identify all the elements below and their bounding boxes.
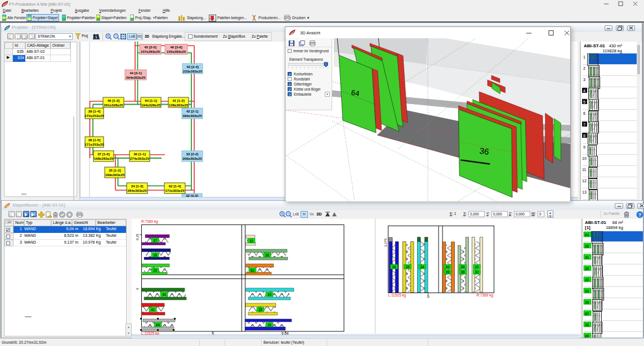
svg-text:34: 34 — [585, 289, 589, 293]
svg-text:12: 12 — [582, 179, 587, 183]
svg-text:62: 62 — [445, 265, 450, 269]
svg-text:35: 35 — [405, 265, 410, 269]
svg-text:68 m²: 68 m² — [612, 220, 624, 225]
svg-text:10: 10 — [582, 156, 587, 160]
svg-text:39: 39 — [585, 300, 589, 304]
svg-text:168x283x25: 168x283x25 — [94, 156, 114, 160]
svg-text:0,25: 0,25 — [136, 233, 139, 240]
svg-text:155x283x25: 155x283x25 — [167, 50, 186, 53]
svg-text:62: 62 — [251, 268, 255, 272]
svg-text:34: 34 — [420, 265, 424, 269]
svg-text:30: 30 — [585, 334, 589, 338]
svg-text:284x303x25: 284x303x25 — [127, 188, 147, 192]
svg-text:194x328x25: 194x328x25 — [141, 103, 161, 107]
svg-text:5: 5 — [583, 100, 585, 104]
svg-text:40: 40 — [585, 278, 589, 282]
svg-text:62: 62 — [585, 312, 589, 316]
svg-text:64: 64 — [156, 323, 160, 327]
svg-text:36: 36 — [479, 146, 490, 156]
svg-text:R:7369 kg: R:7369 kg — [141, 219, 158, 224]
svg-text:4: 4 — [583, 89, 585, 93]
svg-text:26: 26 — [445, 270, 450, 274]
svg-text:8: 8 — [583, 134, 585, 138]
svg-text:35: 35 — [585, 267, 589, 271]
svg-text:39: 39 — [153, 268, 158, 272]
svg-text:37: 37 — [153, 239, 158, 242]
svg-text:171x303x25: 171x303x25 — [165, 188, 185, 192]
svg-text:S: S — [427, 294, 430, 298]
svg-text:3: 3 — [583, 78, 585, 82]
svg-text:30: 30 — [460, 265, 465, 269]
svg-text:34: 34 — [267, 293, 272, 296]
svg-text:31: 31 — [249, 239, 254, 243]
svg-text:157x283x25: 157x283x25 — [141, 50, 160, 53]
svg-text:172x253x25: 172x253x25 — [84, 114, 104, 118]
svg-text:45 [3-5]: 45 [3-5] — [144, 45, 156, 49]
svg-text:[1]: [1] — [585, 225, 591, 230]
svg-text:36 [1-1]: 36 [1-1] — [133, 152, 146, 156]
svg-text:13: 13 — [582, 190, 587, 194]
svg-text:36: 36 — [585, 244, 589, 248]
svg-text:ABI-ST-01: ABI-ST-01 — [585, 220, 606, 225]
svg-text:294x303x25: 294x303x25 — [126, 75, 146, 79]
svg-text:38: 38 — [153, 253, 158, 257]
svg-text:62 [1-4]: 62 [1-4] — [169, 184, 181, 188]
svg-text:171x253x25: 171x253x25 — [84, 142, 104, 146]
svg-text:189x303x25: 189x303x25 — [105, 173, 125, 177]
svg-text:233x283x25: 233x283x25 — [183, 69, 203, 73]
svg-text:42 [2-1]: 42 [2-1] — [186, 109, 199, 113]
svg-text:7: 7 — [583, 123, 585, 127]
svg-text:35 [1-2]: 35 [1-2] — [109, 168, 121, 172]
svg-text:31: 31 — [475, 265, 479, 269]
svg-text:40: 40 — [162, 293, 167, 296]
svg-text:430 m²: 430 m² — [609, 43, 623, 48]
svg-text:R:7369 kg: R:7369 kg — [477, 293, 494, 298]
svg-text:36: 36 — [265, 253, 270, 257]
svg-text:64: 64 — [351, 88, 360, 98]
svg-text:6: 6 — [583, 111, 585, 115]
svg-text:43 [2-4]: 43 [2-4] — [186, 65, 199, 69]
svg-text:9: 9 — [583, 145, 585, 149]
svg-text:35: 35 — [258, 308, 263, 312]
svg-text:33 [2-2]: 33 [2-2] — [186, 152, 199, 156]
svg-text:36: 36 — [392, 265, 396, 269]
svg-text:6: 6 — [136, 287, 139, 290]
svg-text:36: 36 — [267, 323, 272, 327]
svg-text:64: 64 — [585, 233, 589, 237]
svg-text:34 [1-3]: 34 [1-3] — [131, 184, 144, 188]
svg-text:300x303x25: 300x303x25 — [182, 114, 202, 118]
svg-text:38 [1-5]: 38 [1-5] — [88, 138, 101, 142]
svg-text:261x328x25: 261x328x25 — [104, 103, 123, 107]
svg-text:40 [1-3]: 40 [1-3] — [108, 98, 120, 102]
svg-text:39 [1-4]: 39 [1-4] — [88, 109, 101, 113]
svg-text:274x303x25: 274x303x25 — [130, 156, 150, 160]
svg-text:200x303x25: 200x303x25 — [182, 156, 202, 160]
svg-text:44 [3-1]: 44 [3-1] — [129, 71, 142, 75]
svg-text:38: 38 — [585, 323, 589, 327]
svg-text:ABI-ST-01: ABI-ST-01 — [584, 43, 605, 48]
svg-text:36: 36 — [460, 270, 465, 274]
svg-text:32: 32 — [475, 270, 479, 274]
svg-text:41: 41 — [585, 255, 589, 259]
svg-text:2: 2 — [583, 66, 585, 70]
svg-text:11: 11 — [582, 168, 586, 172]
svg-text:64 [1-1]: 64 [1-1] — [145, 98, 157, 102]
svg-text:46 [3-6]: 46 [3-6] — [170, 45, 182, 49]
svg-text:119828 kg: 119828 kg — [603, 48, 622, 53]
svg-text:3,275: 3,275 — [384, 238, 387, 247]
svg-text:18894 kg: 18894 kg — [606, 225, 623, 230]
svg-text:?: ? — [638, 212, 642, 218]
svg-text:1: 1 — [583, 55, 585, 59]
svg-text:138x303x25: 138x303x25 — [169, 103, 189, 107]
svg-text:37 [1-6]: 37 [1-6] — [97, 152, 110, 156]
svg-text:41: 41 — [151, 308, 155, 312]
svg-text:41 [1-2]: 41 [1-2] — [172, 98, 185, 102]
svg-text:L:11525 kg: L:11525 kg — [388, 293, 406, 298]
